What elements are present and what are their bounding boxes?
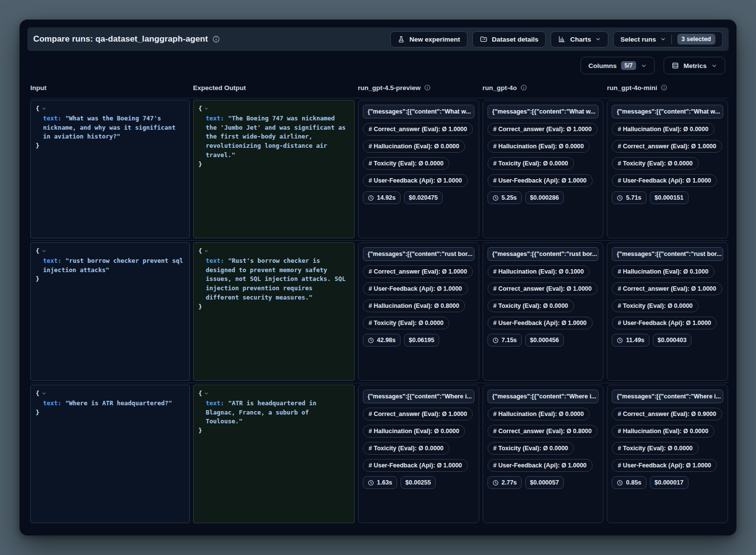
cost-chip: $0.000151 [650, 191, 689, 204]
score-chip[interactable]: # User-Feedback (Api): Ø 1.0000 [363, 459, 468, 472]
score-chip[interactable]: # Toxicity (Eval): Ø 0.0000 [612, 300, 698, 312]
score-chip[interactable]: # Hallucination (Eval): Ø 0.0000 [363, 140, 465, 153]
score-chip[interactable]: # Correct_answer (Eval): Ø 0.8000 [488, 425, 598, 438]
clock-icon [617, 195, 623, 201]
clock-icon [617, 480, 623, 486]
score-chip[interactable]: # Toxicity (Eval): Ø 0.0000 [363, 317, 449, 329]
score-chip[interactable]: # Hallucination (Eval): Ø 0.0000 [488, 140, 590, 153]
json-value: "Rust's borrow checker is designed to pr… [206, 257, 346, 301]
json-line: } [36, 408, 184, 417]
trace-preview-chip[interactable]: {"messages":[{"content":"What w... [612, 105, 723, 118]
info-icon[interactable] [661, 84, 667, 91]
collapse-caret-icon[interactable] [204, 105, 209, 113]
score-chip[interactable]: # Correct_answer (Eval): Ø 0.9000 [612, 408, 722, 420]
new-experiment-button[interactable]: New experiment [390, 31, 467, 47]
score-chip[interactable]: # Toxicity (Eval): Ø 0.0000 [488, 157, 574, 170]
score-chip[interactable]: # Toxicity (Eval): Ø 0.0000 [612, 157, 698, 170]
metrics-label: Metrics [684, 62, 707, 69]
score-chip[interactable]: # Toxicity (Eval): Ø 0.0000 [363, 442, 449, 455]
score-chip[interactable]: # Hallucination (Eval): Ø 0.1000 [488, 265, 590, 278]
latency-chip: 0.85s [612, 476, 646, 489]
score-chip[interactable]: # Toxicity (Eval): Ø 0.0000 [488, 300, 574, 312]
collapse-caret-icon[interactable] [204, 248, 209, 255]
json-line: { [36, 247, 184, 256]
score-chip[interactable]: # User-Feedback (Api): Ø 1.0000 [363, 174, 468, 187]
collapse-caret-icon[interactable] [42, 248, 46, 255]
score-chip[interactable]: # User-Feedback (Api): Ø 1.0000 [612, 174, 717, 187]
trace-preview-chip[interactable]: {"messages":[{"content":"Where i... [363, 390, 474, 403]
bar-chart-icon [558, 35, 566, 43]
trace-preview-chip[interactable]: {"messages":[{"content":"rust bor... [363, 247, 474, 261]
score-chip[interactable]: # User-Feedback (Api): Ø 1.0000 [488, 459, 593, 472]
score-chip[interactable]: # Hallucination (Eval): Ø 0.0000 [488, 408, 590, 420]
divider [671, 35, 672, 44]
score-chip[interactable]: # User-Feedback (Api): Ø 1.0000 [488, 174, 593, 187]
score-chip[interactable]: # Toxicity (Eval): Ø 0.0000 [612, 442, 698, 455]
page-title: Compare runs: qa-dataset_langgraph-agent [33, 34, 208, 44]
columns-button[interactable]: Columns 5/7 [580, 57, 654, 74]
score-chip[interactable]: # User-Feedback (Api): Ø 1.0000 [363, 282, 468, 295]
score-chip[interactable]: # Hallucination (Eval): Ø 0.0000 [612, 425, 714, 438]
table-row: { text:"rust borrow checker prevent sql … [30, 241, 728, 383]
json-kv: text:"ATR is headquartered in Blagnac, F… [199, 399, 349, 426]
info-icon[interactable] [212, 35, 220, 43]
columns-label: Columns [588, 62, 617, 69]
run-meta: 7.15s $0.000456 [488, 334, 564, 347]
json-key: text: [43, 399, 62, 407]
score-chip[interactable]: # Hallucination (Eval): Ø 0.8000 [363, 300, 465, 312]
latency-chip: 11.49s [612, 334, 649, 347]
dataset-details-button[interactable]: Dataset details [472, 31, 546, 47]
clock-icon [492, 195, 499, 201]
score-chip[interactable]: # Correct_answer (Eval): Ø 1.0000 [363, 265, 473, 278]
score-chip[interactable]: # Hallucination (Eval): Ø 0.0000 [612, 123, 714, 136]
charts-button[interactable]: Charts [551, 31, 608, 47]
collapse-caret-icon[interactable] [42, 390, 46, 397]
info-icon[interactable] [424, 84, 431, 91]
info-icon[interactable] [520, 84, 527, 91]
score-chip[interactable]: # Toxicity (Eval): Ø 0.0000 [363, 157, 449, 170]
expected-output-cell: { text:"The Boeing 747 was nicknamed the… [193, 100, 355, 238]
trace-preview-chip[interactable]: {"messages":[{"content":"What w... [488, 105, 599, 118]
score-chip[interactable]: # Correct_answer (Eval): Ø 1.0000 [488, 123, 598, 136]
score-chip[interactable]: # User-Feedback (Api): Ø 1.0000 [612, 459, 717, 472]
trace-preview-chip[interactable]: {"messages":[{"content":"Where i... [488, 390, 599, 403]
collapse-caret-icon[interactable] [42, 105, 46, 113]
table-row: { text:"What was the Boeing 747's nickna… [30, 98, 728, 241]
json-kv: text:"rust borrow checker prevent sql in… [36, 256, 184, 275]
score-chip[interactable]: # Correct_answer (Eval): Ø 1.0000 [488, 282, 598, 295]
select-runs-button[interactable]: Select runs 3 selected [613, 31, 723, 47]
table-body: { text:"What was the Boeing 747's nickna… [30, 98, 728, 525]
chevron-down-icon [595, 36, 601, 42]
score-chip[interactable]: # Hallucination (Eval): Ø 0.1000 [612, 265, 714, 278]
run-result-cell: {"messages":[{"content":"What w... # Cor… [483, 100, 604, 238]
trace-preview-chip[interactable]: {"messages":[{"content":"rust bor... [612, 247, 723, 261]
metrics-button[interactable]: Metrics [664, 57, 725, 74]
json-value: "Where is ATR headquartered?" [66, 399, 172, 407]
input-cell: { text:"What was the Boeing 747's nickna… [30, 100, 190, 238]
new-experiment-label: New experiment [409, 36, 460, 43]
run-result-cell: {"messages":[{"content":"Where i... # Ha… [483, 385, 604, 523]
score-chip[interactable]: # User-Feedback (Api): Ø 1.0000 [612, 317, 717, 329]
score-chip[interactable]: # Correct_answer (Eval): Ø 1.0000 [612, 140, 722, 153]
compare-runs-panel: Compare runs: qa-dataset_langgraph-agent… [20, 20, 736, 535]
score-chip[interactable]: # Toxicity (Eval): Ø 0.0000 [488, 442, 574, 455]
trace-preview-chip[interactable]: {"messages":[{"content":"Where i... [612, 390, 723, 403]
trace-preview-chip[interactable]: {"messages":[{"content":"What w... [363, 105, 474, 118]
cost-chip: $0.00255 [400, 476, 436, 489]
cost-chip: $0.000017 [650, 476, 689, 489]
score-chip[interactable]: # User-Feedback (Api): Ø 1.0000 [488, 317, 593, 329]
score-chip[interactable]: # Hallucination (Eval): Ø 0.0000 [363, 425, 465, 438]
score-chip[interactable]: # Correct_answer (Eval): Ø 1.0000 [363, 123, 473, 136]
cost-chip: $0.000456 [525, 334, 564, 347]
run-meta: 11.49s $0.000403 [612, 334, 691, 347]
topbar-actions: New experiment Dataset details Charts Se… [390, 31, 723, 47]
clock-icon [368, 480, 374, 486]
trace-preview-chip[interactable]: {"messages":[{"content":"rust bor... [488, 247, 599, 261]
score-chip[interactable]: # Correct_answer (Eval): Ø 1.0000 [363, 408, 473, 420]
score-chip[interactable]: # Correct_answer (Eval): Ø 1.0000 [612, 282, 722, 295]
collapse-caret-icon[interactable] [204, 390, 209, 397]
run-meta: 2.77s $0.000057 [488, 476, 564, 489]
clock-icon [492, 480, 499, 486]
run-result-cell: {"messages":[{"content":"Where i... # Co… [358, 385, 479, 523]
table-header: Input Expected Output run_gpt-4.5-previe… [30, 77, 728, 98]
